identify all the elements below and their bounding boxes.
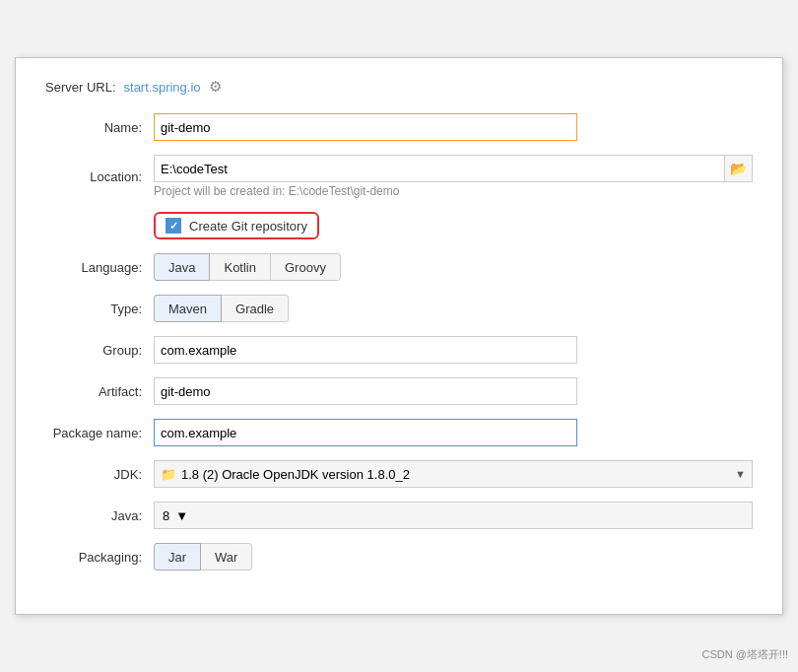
- package-name-content: [154, 419, 753, 446]
- location-label: Location:: [45, 169, 154, 184]
- type-row: Type: Maven Gradle: [45, 295, 753, 322]
- type-gradle-btn[interactable]: Gradle: [221, 295, 289, 322]
- jdk-label: JDK:: [45, 467, 154, 482]
- git-repo-row: Create Git repository: [45, 212, 753, 239]
- language-row: Language: Java Kotlin Groovy: [45, 253, 753, 281]
- group-label: Group:: [45, 343, 154, 358]
- jdk-row: JDK: 📁 1.8 (2) Oracle OpenJDK version 1.…: [45, 460, 753, 488]
- artifact-input[interactable]: [154, 377, 577, 405]
- group-row: Group:: [45, 336, 753, 364]
- java-dropdown[interactable]: 8 ▼: [154, 502, 753, 529]
- type-content: Maven Gradle: [154, 295, 753, 322]
- package-name-label: Package name:: [45, 426, 154, 440]
- language-label: Language:: [45, 260, 154, 275]
- watermark: CSDN @塔塔开!!!: [701, 647, 788, 662]
- java-label: Java:: [45, 508, 154, 523]
- gear-icon[interactable]: ⚙: [209, 78, 222, 96]
- name-label: Name:: [45, 120, 154, 135]
- type-btn-group: Maven Gradle: [154, 295, 753, 322]
- folder-icon: 📂: [730, 161, 747, 176]
- java-content: 8 ▼: [154, 502, 753, 529]
- artifact-row: Artifact:: [45, 377, 753, 405]
- jdk-content: 📁 1.8 (2) Oracle OpenJDK version 1.8.0_2…: [154, 460, 753, 488]
- packaging-label: Packaging:: [45, 550, 154, 565]
- location-input-wrapper: 📂: [154, 155, 753, 182]
- packaging-content: Jar War: [154, 543, 753, 571]
- git-repo-checkbox[interactable]: [166, 218, 181, 234]
- language-java-btn[interactable]: Java: [154, 253, 210, 281]
- package-name-row: Package name:: [45, 419, 753, 446]
- language-groovy-btn[interactable]: Groovy: [270, 253, 341, 281]
- server-url-label: Server URL:: [45, 80, 116, 95]
- java-value: 8: [163, 508, 169, 523]
- packaging-jar-btn[interactable]: Jar: [154, 543, 201, 571]
- group-content: [154, 336, 753, 364]
- name-input[interactable]: [154, 113, 577, 141]
- language-content: Java Kotlin Groovy: [154, 253, 753, 281]
- server-url-row: Server URL: start.spring.io ⚙: [45, 78, 753, 96]
- java-row: Java: 8 ▼: [45, 502, 753, 529]
- name-field-wrapper: [154, 113, 753, 141]
- packaging-war-btn[interactable]: War: [200, 543, 252, 571]
- browse-folder-button[interactable]: 📂: [725, 155, 753, 182]
- packaging-btn-group: Jar War: [154, 543, 753, 571]
- artifact-label: Artifact:: [45, 384, 154, 399]
- git-repo-highlight-box: Create Git repository: [154, 212, 319, 239]
- type-maven-btn[interactable]: Maven: [154, 295, 222, 322]
- type-label: Type:: [45, 302, 154, 316]
- name-row: Name:: [45, 113, 753, 141]
- git-repo-content: Create Git repository: [154, 212, 753, 239]
- language-btn-group: Java Kotlin Groovy: [154, 253, 753, 281]
- new-project-dialog: Server URL: start.spring.io ⚙ Name: Loca…: [15, 57, 783, 615]
- artifact-content: [154, 377, 753, 405]
- location-input[interactable]: [154, 155, 725, 182]
- jdk-dropdown[interactable]: 📁 1.8 (2) Oracle OpenJDK version 1.8.0_2…: [154, 460, 753, 488]
- location-hint: Project will be created in: E:\codeTest\…: [154, 184, 753, 198]
- jdk-folder-icon: 📁: [161, 467, 176, 482]
- server-url-link[interactable]: start.spring.io: [124, 80, 201, 95]
- java-dropdown-arrow: ▼: [175, 508, 188, 523]
- language-kotlin-btn[interactable]: Kotlin: [209, 253, 271, 281]
- jdk-dropdown-arrow: ▼: [735, 468, 746, 480]
- group-input[interactable]: [154, 336, 577, 364]
- location-field-wrapper: 📂 Project will be created in: E:\codeTes…: [154, 155, 753, 198]
- git-repo-checkbox-label: Create Git repository: [189, 219, 307, 234]
- package-name-input[interactable]: [154, 419, 577, 446]
- jdk-value: 1.8 (2) Oracle OpenJDK version 1.8.0_2: [181, 467, 410, 482]
- location-row: Location: 📂 Project will be created in: …: [45, 155, 753, 198]
- packaging-row: Packaging: Jar War: [45, 543, 753, 571]
